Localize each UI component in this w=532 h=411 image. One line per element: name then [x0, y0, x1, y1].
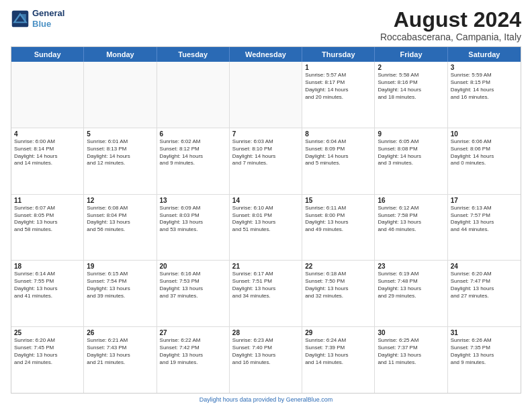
day-number: 29: [305, 329, 371, 336]
calendar-cell: 19Sunrise: 6:15 AM Sunset: 7:54 PM Dayli…: [84, 261, 157, 326]
calendar-cell: 29Sunrise: 6:24 AM Sunset: 7:39 PM Dayli…: [302, 327, 375, 393]
day-number: 1: [305, 64, 371, 71]
day-number: 26: [87, 329, 153, 336]
footer-note: Daylight hours data provided by GeneralB…: [11, 396, 521, 403]
calendar-cell: [11, 62, 84, 128]
calendar-cell: 26Sunrise: 6:21 AM Sunset: 7:43 PM Dayli…: [84, 327, 157, 393]
footer-text: Daylight hours: [200, 396, 238, 403]
page-header: General Blue August 2024 Roccabascerana,…: [11, 8, 521, 42]
calendar-cell: 16Sunrise: 6:12 AM Sunset: 7:58 PM Dayli…: [375, 195, 447, 261]
calendar-cell: 9Sunrise: 6:05 AM Sunset: 8:08 PM Daylig…: [375, 128, 447, 194]
day-number: 23: [378, 263, 444, 270]
header-day-monday: Monday: [84, 47, 157, 62]
day-info: Sunrise: 5:59 AM Sunset: 8:15 PM Dayligh…: [451, 72, 518, 101]
day-info: Sunrise: 6:13 AM Sunset: 7:57 PM Dayligh…: [451, 205, 518, 234]
day-number: 13: [160, 197, 226, 204]
day-number: 11: [14, 197, 81, 204]
day-info: Sunrise: 6:05 AM Sunset: 8:08 PM Dayligh…: [378, 138, 444, 167]
calendar-cell: 6Sunrise: 6:02 AM Sunset: 8:12 PM Daylig…: [157, 128, 230, 194]
logo-icon: [11, 9, 30, 28]
calendar-cell: 24Sunrise: 6:20 AM Sunset: 7:47 PM Dayli…: [448, 261, 521, 326]
calendar-cell: 18Sunrise: 6:14 AM Sunset: 7:55 PM Dayli…: [11, 261, 84, 326]
day-info: Sunrise: 6:09 AM Sunset: 8:03 PM Dayligh…: [160, 205, 226, 234]
calendar-cell: [157, 62, 230, 128]
day-info: Sunrise: 6:12 AM Sunset: 7:58 PM Dayligh…: [378, 205, 444, 234]
logo-line2: Blue: [32, 19, 64, 30]
day-info: Sunrise: 6:23 AM Sunset: 7:40 PM Dayligh…: [232, 337, 299, 366]
day-info: Sunrise: 6:22 AM Sunset: 7:42 PM Dayligh…: [160, 337, 226, 366]
day-info: Sunrise: 6:08 AM Sunset: 8:04 PM Dayligh…: [87, 205, 153, 234]
calendar-week-4: 18Sunrise: 6:14 AM Sunset: 7:55 PM Dayli…: [11, 261, 521, 327]
header-day-sunday: Sunday: [11, 47, 84, 62]
day-number: 3: [451, 64, 518, 71]
calendar-cell: 2Sunrise: 5:58 AM Sunset: 8:16 PM Daylig…: [375, 62, 447, 128]
calendar-cell: 17Sunrise: 6:13 AM Sunset: 7:57 PM Dayli…: [448, 195, 521, 261]
calendar-cell: 11Sunrise: 6:07 AM Sunset: 8:05 PM Dayli…: [11, 195, 84, 261]
day-number: 10: [451, 130, 518, 138]
day-number: 8: [305, 130, 371, 138]
day-number: 17: [451, 197, 518, 204]
day-number: 18: [14, 263, 81, 270]
calendar-cell: 10Sunrise: 6:06 AM Sunset: 8:06 PM Dayli…: [448, 128, 521, 194]
day-info: Sunrise: 6:16 AM Sunset: 7:53 PM Dayligh…: [160, 271, 226, 300]
day-number: 31: [451, 329, 518, 336]
day-info: Sunrise: 6:25 AM Sunset: 7:37 PM Dayligh…: [378, 337, 444, 366]
day-info: Sunrise: 6:17 AM Sunset: 7:51 PM Dayligh…: [232, 271, 299, 300]
day-info: Sunrise: 5:57 AM Sunset: 8:17 PM Dayligh…: [305, 72, 371, 101]
logo: General Blue: [11, 8, 64, 29]
calendar-week-3: 11Sunrise: 6:07 AM Sunset: 8:05 PM Dayli…: [11, 195, 521, 261]
day-number: 7: [232, 130, 299, 138]
day-info: Sunrise: 6:24 AM Sunset: 7:39 PM Dayligh…: [305, 337, 371, 366]
title-block: August 2024 Roccabascerana, Campania, It…: [380, 8, 521, 42]
calendar-cell: 27Sunrise: 6:22 AM Sunset: 7:42 PM Dayli…: [157, 327, 230, 393]
calendar-cell: 8Sunrise: 6:04 AM Sunset: 8:09 PM Daylig…: [302, 128, 375, 194]
day-info: Sunrise: 6:01 AM Sunset: 8:13 PM Dayligh…: [87, 138, 153, 167]
page-subtitle: Roccabascerana, Campania, Italy: [380, 32, 521, 42]
calendar-cell: 22Sunrise: 6:18 AM Sunset: 7:50 PM Dayli…: [302, 261, 375, 326]
calendar-cell: 14Sunrise: 6:10 AM Sunset: 8:01 PM Dayli…: [230, 195, 302, 261]
day-number: 22: [305, 263, 371, 270]
day-info: Sunrise: 6:15 AM Sunset: 7:54 PM Dayligh…: [87, 271, 153, 300]
day-info: Sunrise: 6:20 AM Sunset: 7:45 PM Dayligh…: [14, 337, 81, 366]
day-number: 12: [87, 197, 153, 204]
calendar-cell: 28Sunrise: 6:23 AM Sunset: 7:40 PM Dayli…: [230, 327, 302, 393]
calendar-cell: 20Sunrise: 6:16 AM Sunset: 7:53 PM Dayli…: [157, 261, 230, 326]
day-number: 28: [232, 329, 299, 336]
calendar-cell: 7Sunrise: 6:03 AM Sunset: 8:10 PM Daylig…: [230, 128, 302, 194]
day-number: 27: [160, 329, 226, 336]
day-number: 20: [160, 263, 226, 270]
header-day-thursday: Thursday: [302, 47, 375, 62]
day-info: Sunrise: 6:04 AM Sunset: 8:09 PM Dayligh…: [305, 138, 371, 167]
day-info: Sunrise: 6:18 AM Sunset: 7:50 PM Dayligh…: [305, 271, 371, 300]
header-day-tuesday: Tuesday: [157, 47, 230, 62]
calendar-week-5: 25Sunrise: 6:20 AM Sunset: 7:45 PM Dayli…: [11, 327, 521, 393]
day-number: 14: [232, 197, 299, 204]
calendar-cell: 1Sunrise: 5:57 AM Sunset: 8:17 PM Daylig…: [302, 62, 375, 128]
day-info: Sunrise: 6:03 AM Sunset: 8:10 PM Dayligh…: [232, 138, 299, 167]
day-number: 15: [305, 197, 371, 204]
day-number: 2: [378, 64, 444, 71]
day-info: Sunrise: 6:19 AM Sunset: 7:48 PM Dayligh…: [378, 271, 444, 300]
day-number: 19: [87, 263, 153, 270]
day-number: 30: [378, 329, 444, 336]
day-number: 5: [87, 130, 153, 138]
page-title: August 2024: [380, 8, 521, 32]
day-number: 25: [14, 329, 81, 336]
day-number: 16: [378, 197, 444, 204]
day-info: Sunrise: 6:02 AM Sunset: 8:12 PM Dayligh…: [160, 138, 226, 167]
day-number: 9: [378, 130, 444, 138]
calendar-cell: [84, 62, 157, 128]
calendar: SundayMondayTuesdayWednesdayThursdayFrid…: [11, 46, 521, 394]
calendar-cell: 23Sunrise: 6:19 AM Sunset: 7:48 PM Dayli…: [375, 261, 447, 326]
calendar-cell: 15Sunrise: 6:11 AM Sunset: 8:00 PM Dayli…: [302, 195, 375, 261]
calendar-cell: 21Sunrise: 6:17 AM Sunset: 7:51 PM Dayli…: [230, 261, 302, 326]
header-day-saturday: Saturday: [448, 47, 521, 62]
header-day-wednesday: Wednesday: [230, 47, 302, 62]
day-info: Sunrise: 5:58 AM Sunset: 8:16 PM Dayligh…: [378, 72, 444, 101]
day-info: Sunrise: 6:06 AM Sunset: 8:06 PM Dayligh…: [451, 138, 518, 167]
header-day-friday: Friday: [375, 47, 447, 62]
day-number: 4: [14, 130, 81, 138]
day-info: Sunrise: 6:14 AM Sunset: 7:55 PM Dayligh…: [14, 271, 81, 300]
logo-line1: General: [32, 8, 64, 19]
calendar-cell: 31Sunrise: 6:26 AM Sunset: 7:35 PM Dayli…: [448, 327, 521, 393]
